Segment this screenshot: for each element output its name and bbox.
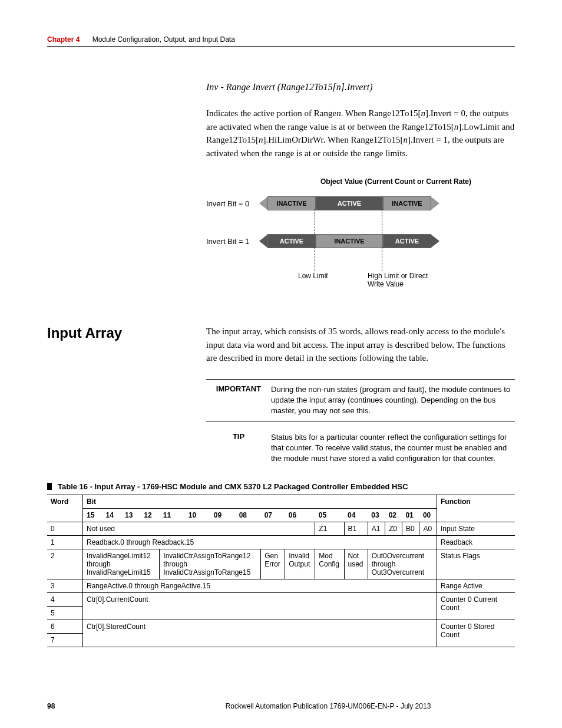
table-title-row: Table 16 - Input Array - 1769-HSC Module…: [47, 482, 515, 491]
input-array-section: Input Array The input array, which consi…: [47, 325, 515, 365]
table-title: Table 16 - Input Array - 1769-HSC Module…: [58, 482, 408, 491]
col-word: Word: [47, 495, 83, 522]
col-function: Function: [437, 495, 515, 522]
diagram-row0-label: Invert Bit = 0: [206, 199, 259, 208]
table-row: 0 Not used Z1 B1 A1 Z0 B0 A0 Input State: [47, 522, 515, 535]
seg-active: ACTIVE: [267, 234, 316, 248]
important-label: IMPORTANT: [206, 384, 271, 417]
seg-inactive: INACTIVE: [267, 196, 316, 210]
table-row: 2 InvalidRangeLimit12 through InvalidRan…: [47, 549, 515, 579]
sub-heading: Inv - Range Invert (Range12To15[n].Inver…: [206, 82, 515, 93]
tip-label: TIP: [206, 432, 271, 465]
seg-inactive: INACTIVE: [316, 234, 383, 248]
input-array-table: Word Bit Function 15 14 13 12 11 10 09 0…: [47, 495, 515, 647]
tip-row: TIP Status bits for a particular counter…: [206, 432, 515, 465]
page: Chapter 4 Module Configuration, Output, …: [0, 0, 562, 728]
important-text: During the non-run states (program and f…: [271, 384, 515, 417]
diagram-row1-label: Invert Bit = 1: [206, 237, 259, 246]
low-limit-label: Low Limit: [298, 272, 328, 280]
diagram-row-0: Invert Bit = 0 INACTIVE ACTIVE INACTIVE: [206, 196, 515, 210]
seg-inactive: INACTIVE: [383, 196, 431, 210]
invert-diagram: Object Value (Current Count or Current R…: [206, 177, 515, 295]
section-text: The input array, which consists of 35 wo…: [206, 325, 515, 365]
page-number: 98: [47, 702, 141, 710]
chapter-label: Chapter 4: [47, 35, 80, 44]
seg-active: ACTIVE: [383, 234, 431, 248]
high-limit-label: High Limit or Direct Write Value: [368, 272, 438, 288]
table-row: 3 RangeActive.0 through RangeActive.15 R…: [47, 579, 515, 592]
chapter-title: Module Configuration, Output, and Input …: [92, 35, 235, 44]
table-row: 6 Ctr[0].StoredCount Counter 0 Stored Co…: [47, 620, 515, 633]
table-marker-icon: [47, 483, 52, 490]
diagram-title: Object Value (Current Count or Current R…: [206, 177, 515, 186]
body-paragraph: Indicates the active portion of Rangen. …: [206, 107, 515, 160]
diagram-row-1: Invert Bit = 1 ACTIVE INACTIVE ACTIVE: [206, 234, 515, 248]
col-bit: Bit: [83, 495, 437, 508]
footer-text: Rockwell Automation Publication 1769-UM0…: [141, 702, 515, 710]
important-callout: IMPORTANT During the non-run states (pro…: [206, 379, 515, 422]
table-row: 4 Ctr[0].CurrentCount Counter 0 Current …: [47, 592, 515, 606]
seg-active: ACTIVE: [316, 196, 383, 210]
page-footer: 98 Rockwell Automation Publication 1769-…: [47, 702, 515, 710]
tip-text: Status bits for a particular counter ref…: [271, 432, 515, 465]
section-heading: Input Array: [47, 325, 206, 365]
table-row: 1 Readback.0 through Readback.15 Readbac…: [47, 535, 515, 549]
page-header: Chapter 4 Module Configuration, Output, …: [47, 35, 515, 47]
